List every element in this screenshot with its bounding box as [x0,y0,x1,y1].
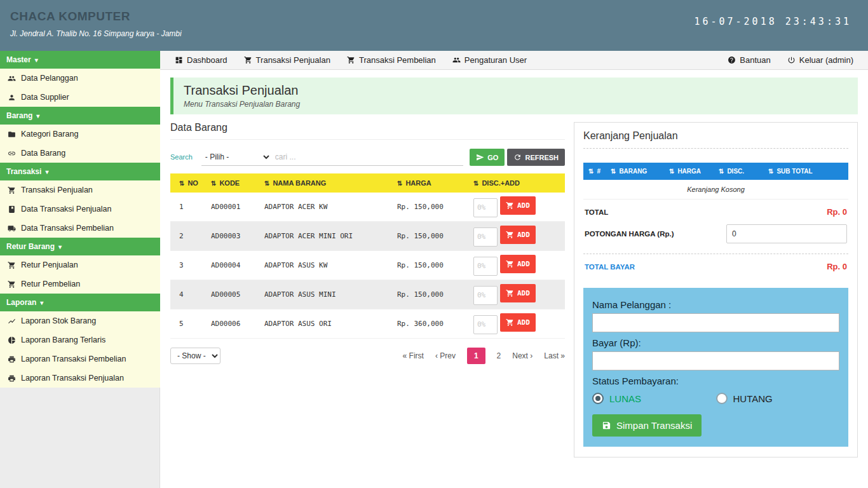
search-bar: Search - Pilih - GO REFRESH [170,149,565,166]
nav-transaksi-penjualan[interactable]: Transaksi Penjualan [236,51,339,69]
bayar-input[interactable] [592,351,839,370]
discount-input[interactable] [473,286,498,305]
cart-column-harga[interactable]: HARGA [669,168,701,175]
sidebar-item-data-transaksi-pembelian[interactable]: Data Transaksi Pembelian [0,219,160,238]
add-label: ADD [517,318,530,327]
sidebar-item-data-transaksi-penjualan[interactable]: Data Transaksi Penjualan [0,200,160,219]
folder-icon [8,130,16,139]
nama-pelanggan-label: Nama Pelanggan : [592,299,839,310]
radio-lunas[interactable]: LUNAS [592,393,716,404]
nama-pelanggan-input[interactable] [592,313,839,332]
sidebar-item-label: Retur Pembelian [21,280,80,288]
add-label: ADD [517,231,530,239]
section-label: Master [6,55,31,64]
search-label: Search [170,153,193,166]
radio-button-icon[interactable] [716,393,728,404]
sidebar-section-barang[interactable]: Barang [0,107,160,125]
sidebar-item-laporan-stok-barang[interactable]: Laporan Stok Barang [0,311,160,330]
search-filter-select[interactable]: - Pilih - [201,149,271,165]
cell-nama: ADAPTOR ASUS KW [261,259,393,272]
power-icon [787,56,796,64]
section-label: Retur Barang [6,242,55,251]
nav-label: Keluar (admin) [799,55,853,65]
sidebar-section-retur-barang[interactable]: Retur Barang [0,238,160,255]
go-button[interactable]: GO [470,149,505,166]
pagination-page-2[interactable]: 2 [497,351,501,360]
navbar: Dashboard Transaksi Penjualan Transaksi … [160,51,868,70]
column-header-disc-add[interactable]: DISC.+ADD [473,179,520,187]
sidebar-section-transaksi[interactable]: Transaksi [0,163,160,180]
radio-button-icon[interactable] [592,393,604,404]
pagination-prev[interactable]: ‹ Prev [435,351,456,360]
nav-keluar[interactable]: Keluar (admin) [779,51,862,69]
radio-hutang[interactable]: HUTANG [716,393,840,404]
sidebar-item-laporan-transaksi-pembelian[interactable]: Laporan Transaksi Pembelian [0,349,160,369]
cart-icon [8,186,16,194]
app-root: CHACA KOMPUTER Jl. Jendral A. Thalib No.… [0,0,868,488]
add-to-cart-button[interactable]: ADD [500,196,536,215]
pagination-page-1[interactable]: 1 [467,348,485,364]
sidebar-item-retur-penjualan[interactable]: Retur Penjualan [0,255,160,274]
sidebar-item-label: Laporan Barang Terlaris [21,336,105,344]
sidebar-item-kategori-barang[interactable]: Kategori Barang [0,125,160,144]
cell-nama: ADAPTOR ACER MINI ORI [261,229,393,243]
cell-no: 5 [170,317,207,330]
add-to-cart-button[interactable]: ADD [500,313,536,332]
sidebar-item-transaksi-penjualan[interactable]: Transaksi Penjualan [0,180,160,200]
discount-input[interactable] [473,227,498,247]
sidebar-item-label: Data Barang [21,149,65,158]
cart-icon [244,56,252,64]
pagination-first[interactable]: « First [403,351,424,360]
column-header-nama-barang[interactable]: NAMA BARANG [264,179,326,187]
go-label: GO [487,154,498,161]
column-header-kode[interactable]: KODE [211,179,240,187]
potongan-input[interactable] [726,224,847,243]
simpan-transaksi-button[interactable]: Simpan Transaksi [592,414,702,437]
sidebar-item-data-pelanggan[interactable]: Data Pelanggan [0,69,160,88]
sidebar-item-data-supplier[interactable]: Data Supplier [0,88,160,107]
nav-pengaturan-user[interactable]: Pengaturan User [444,51,535,69]
discount-input[interactable] [473,315,498,334]
column-header-no[interactable]: NO [179,179,198,187]
add-to-cart-button[interactable]: ADD [500,255,536,273]
sidebar-item-label: Transaksi Penjualan [21,186,93,194]
cart-potongan-row: POTONGAN HARGA (Rp.) [583,217,848,243]
sidebar-item-laporan-barang-terlaris[interactable]: Laporan Barang Terlaris [0,330,160,349]
pagination: « First ‹ Prev 1 2 Next › Last » [403,348,565,364]
column-header-harga[interactable]: HARGA [397,179,431,187]
show-per-page-select[interactable]: - Show - [170,348,220,364]
sidebar-section-master[interactable]: Master [0,51,160,69]
nav-dashboard[interactable]: Dashboard [166,51,236,69]
sidebar-item-retur-pembelian[interactable]: Retur Pembelian [0,274,160,294]
cart-total-row: TOTAL Rp. 0 [583,200,848,217]
sidebar: Master Data Pelanggan Data Supplier Bara… [0,51,160,488]
cart-column-subtotal[interactable]: SUB TOTAL [768,168,813,175]
sidebar-item-label: Laporan Transaksi Pembelian [21,355,126,363]
search-input[interactable] [271,149,463,165]
cart-column-disc[interactable]: DISC. [719,168,744,175]
cart-total-bayar-row: TOTAL BAYAR Rp. 0 [583,254,848,271]
nav-label: Pengaturan User [465,55,527,65]
table-row: 4 AD00005 ADAPTOR ASUS MINI Rp. 150,000 … [170,280,565,309]
nav-bantuan[interactable]: Bantuan [719,51,778,69]
cart-panel: Keranjang Penjualan # BARANG HARGA DISC.… [574,122,858,458]
sidebar-item-laporan-transaksi-penjualan[interactable]: Laporan Transaksi Penjualan [0,369,160,388]
refresh-button[interactable]: REFRESH [507,149,565,166]
total-bayar-value: Rp. 0 [827,262,847,271]
pagination-next[interactable]: Next › [512,351,532,360]
sidebar-item-data-barang[interactable]: Data Barang [0,144,160,163]
cell-no: 3 [170,259,207,272]
discount-input[interactable] [473,198,498,217]
sidebar-section-laporan[interactable]: Laporan [0,294,160,311]
page-title: Transaksi Penjualan [184,83,848,98]
add-to-cart-button[interactable]: ADD [500,226,536,244]
sidebar-item-label: Data Transaksi Pembelian [21,224,114,233]
cart-column-barang[interactable]: BARANG [611,168,647,175]
cell-kode: AD00006 [207,317,261,330]
cart-column-number[interactable]: # [588,168,600,175]
nav-transaksi-pembelian[interactable]: Transaksi Pembelian [339,51,444,69]
cart-icon [506,260,514,268]
add-to-cart-button[interactable]: ADD [500,284,536,302]
pagination-last[interactable]: Last » [544,351,565,360]
discount-input[interactable] [473,257,498,276]
